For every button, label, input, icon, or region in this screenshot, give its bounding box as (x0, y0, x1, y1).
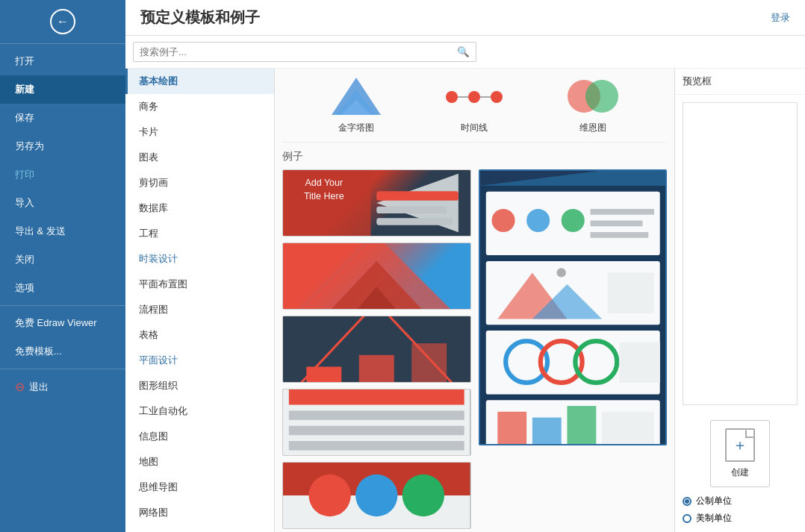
timeline-image (444, 76, 504, 117)
svg-point-9 (585, 80, 618, 113)
svg-rect-66 (567, 406, 596, 444)
category-industrial[interactable]: 工业自动化 (125, 398, 274, 424)
svg-point-33 (308, 475, 350, 516)
svg-rect-29 (289, 441, 464, 451)
example-thumb-3[interactable] (282, 316, 471, 383)
category-mindmap[interactable]: 思维导图 (125, 475, 274, 500)
thumb-venn[interactable]: 维恩图 (563, 76, 623, 134)
search-input[interactable] (134, 43, 451, 61)
svg-rect-23 (359, 355, 394, 382)
unit-metric[interactable]: 公制单位 (683, 495, 798, 507)
sidebar-item-open[interactable]: 打开 (0, 47, 125, 75)
timeline-svg (444, 78, 504, 116)
category-fashion[interactable]: 时装设计 (125, 246, 274, 272)
create-label: 创建 (731, 466, 749, 479)
examples-label: 例子 (282, 150, 667, 163)
examples-grid: Add Your Title Here (282, 169, 667, 532)
example-thumb-5[interactable] (282, 462, 471, 529)
svg-text:Title Here: Title Here (304, 191, 344, 201)
category-table[interactable]: 表格 (125, 322, 274, 348)
sidebar-item-options[interactable]: 选项 (0, 274, 125, 302)
svg-point-3 (446, 91, 458, 103)
svg-rect-57 (607, 272, 653, 313)
search-container: 🔍 (125, 36, 805, 69)
category-basic[interactable]: 基本绘图 (125, 69, 274, 94)
preview-actions: ＋ 创建 (675, 413, 805, 495)
category-engineering[interactable]: 工程 (125, 221, 274, 246)
login-link[interactable]: 登录 (771, 11, 790, 25)
svg-point-34 (355, 475, 397, 516)
sidebar-item-print[interactable]: 打印 (0, 160, 125, 189)
sidebar-item-template[interactable]: 免费模板... (0, 337, 125, 366)
content-layout: 基本绘图 商务 卡片 图表 剪切画 数据库 工程 时装设计 平面布置图 流程图 … (125, 69, 805, 532)
pyramid-svg (330, 76, 382, 117)
sidebar-divider (0, 305, 125, 306)
unit-imperial[interactable]: 美制单位 (683, 512, 798, 525)
svg-point-50 (561, 209, 584, 232)
svg-rect-26 (289, 389, 464, 405)
category-cutting[interactable]: 剪切画 (125, 170, 274, 195)
unit-options: 公制单位 美制单位 (675, 495, 805, 532)
create-button[interactable]: ＋ 创建 (710, 420, 770, 487)
sidebar-item-viewer[interactable]: 免费 Edraw Viewer (0, 309, 125, 337)
thumb-timeline[interactable]: 时间线 (444, 76, 504, 134)
svg-point-68 (556, 268, 565, 277)
category-infographic[interactable]: 信息图 (125, 424, 274, 449)
svg-rect-62 (619, 342, 659, 383)
svg-rect-28 (289, 426, 464, 436)
sidebar-item-export[interactable]: 导出 & 发送 (0, 217, 125, 245)
category-network[interactable]: 网络图 (125, 500, 274, 525)
svg-rect-24 (411, 343, 447, 382)
svg-point-35 (402, 475, 444, 516)
back-button[interactable]: ← (50, 9, 75, 34)
venn-svg (563, 76, 623, 117)
create-icon: ＋ (725, 428, 755, 462)
pyramid-label: 金字塔图 (338, 122, 374, 134)
sidebar-item-save[interactable]: 保存 (0, 104, 125, 132)
thumb-pyramid[interactable]: 金字塔图 (326, 76, 386, 134)
category-map[interactable]: 地图 (125, 449, 274, 475)
example-thumb-4[interactable] (282, 389, 471, 456)
example-thumb-1[interactable]: Add Your Title Here (282, 169, 471, 237)
pyramid-image (326, 76, 386, 117)
category-chart[interactable]: 图表 (125, 145, 274, 170)
category-orgchart[interactable]: 组织结构图 (125, 525, 274, 532)
search-button[interactable]: 🔍 (451, 43, 476, 61)
svg-rect-15 (376, 207, 447, 213)
category-database[interactable]: 数据库 (125, 195, 274, 221)
sidebar-divider-2 (0, 369, 125, 369)
unit-metric-label: 公制单位 (696, 495, 732, 507)
example-thumb-selected[interactable]: → → 1 2 3 4 (479, 169, 668, 445)
venn-label: 维恩图 (579, 122, 606, 134)
exit-label: 退出 (29, 381, 49, 394)
sidebar-item-exit[interactable]: ⊖ 退出 (0, 372, 125, 401)
sidebar-item-import[interactable]: 导入 (0, 189, 125, 217)
preview-panel: 预览框 ＋ 创建 公制单位 美制单位 (674, 69, 805, 532)
category-business[interactable]: 商务 (125, 94, 274, 119)
svg-point-48 (491, 209, 515, 232)
page-title: 预定义模板和例子 (140, 7, 260, 28)
radio-imperial (683, 514, 691, 523)
example-col-left: Add Your Title Here (282, 169, 471, 532)
svg-rect-65 (532, 418, 561, 444)
preview-box (683, 102, 798, 405)
example-thumb-2[interactable] (282, 242, 471, 310)
svg-rect-64 (497, 412, 526, 444)
main-header: 预定义模板和例子 登录 (125, 0, 805, 36)
exit-icon: ⊖ (15, 380, 25, 394)
top-thumbnails: 金字塔图 时间线 (282, 76, 667, 143)
svg-rect-67 (602, 412, 654, 444)
sidebar-item-close[interactable]: 关闭 (0, 245, 125, 274)
category-floorplan[interactable]: 平面布置图 (125, 272, 274, 297)
sidebar-item-saveas[interactable]: 另存为 (0, 132, 125, 160)
svg-rect-14 (376, 191, 459, 201)
templates-panel: 金字塔图 时间线 (275, 69, 674, 532)
svg-point-5 (491, 91, 503, 103)
example-col-right: → → 1 2 3 4 (479, 169, 668, 532)
search-bar: 🔍 (133, 42, 476, 62)
sidebar-item-new[interactable]: 新建 (0, 75, 125, 104)
category-graphic[interactable]: 图形组织 (125, 373, 274, 398)
category-card[interactable]: 卡片 (125, 119, 274, 145)
category-flatdesign[interactable]: 平面设计 (125, 348, 274, 373)
category-flowchart[interactable]: 流程图 (125, 297, 274, 322)
